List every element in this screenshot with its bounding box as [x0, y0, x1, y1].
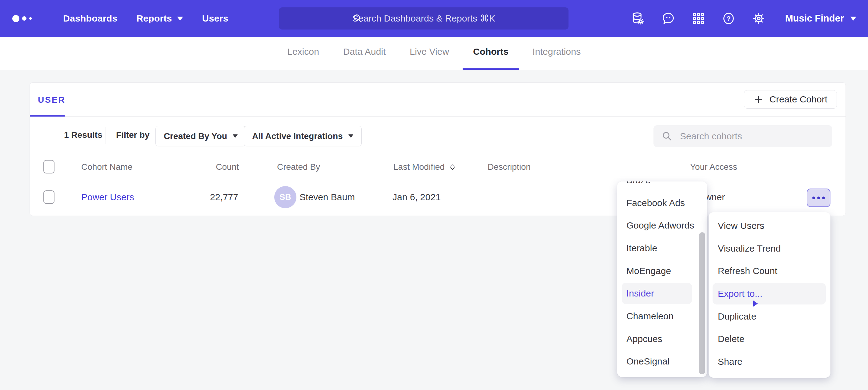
menu-item-duplicate[interactable]: Duplicate	[709, 305, 831, 328]
cohort-name-link[interactable]: Power Users	[81, 178, 134, 216]
menu-item-view-users[interactable]: View Users	[709, 215, 831, 237]
tab-lexicon[interactable]: Lexicon	[287, 37, 319, 70]
scrollbar-thumb[interactable]	[699, 232, 705, 374]
create-cohort-button[interactable]: Create Cohort	[744, 90, 837, 108]
menu-item-share[interactable]: Share	[709, 350, 831, 373]
creator-avatar: SB	[274, 186, 297, 208]
workspace-switcher[interactable]: Music Finder	[785, 13, 856, 24]
settings-gear-icon[interactable]	[751, 11, 766, 26]
tab-live-view[interactable]: Live View	[410, 37, 449, 70]
user-cohorts-tab[interactable]: USER	[38, 95, 66, 105]
help-icon[interactable]: ?	[721, 11, 736, 26]
plus-icon	[753, 94, 763, 104]
tab-data-audit[interactable]: Data Audit	[343, 37, 386, 70]
export-integrations-menu: Braze Facebook Ads Google Adwords Iterab…	[617, 182, 707, 377]
cohort-count: 22,777	[168, 178, 238, 216]
integrations-filter-dropdown[interactable]: All Active Integrations	[244, 126, 362, 147]
chevron-down-icon	[850, 17, 856, 21]
submenu-arrow-icon	[753, 300, 758, 307]
global-search-input[interactable]	[279, 7, 568, 30]
col-created-by: Created By	[277, 156, 320, 178]
menu-item-appcues[interactable]: Appcues	[617, 328, 696, 350]
menu-item-refresh-count[interactable]: Refresh Count	[709, 260, 831, 282]
menu-item-iterable[interactable]: Iterable	[617, 237, 696, 260]
last-modified-date: Jan 6, 2021	[393, 178, 441, 216]
col-last-modified[interactable]: Last Modified	[393, 156, 456, 178]
tab-cohorts[interactable]: Cohorts	[473, 37, 508, 70]
top-nav-bar: Dashboards Reports Users	[0, 0, 868, 37]
results-count: 1 Results	[64, 130, 102, 140]
dot-icon	[817, 197, 820, 199]
sort-icon	[449, 163, 456, 171]
app-window: Dashboards Reports Users	[0, 0, 868, 390]
actions-list: View Users Visualize Trend Refresh Count…	[709, 212, 831, 373]
chevron-down-icon	[177, 17, 183, 21]
col-description: Description	[488, 156, 531, 178]
select-all-checkbox[interactable]	[43, 160, 55, 173]
row-checkbox[interactable]	[43, 190, 55, 204]
feedback-icon[interactable]	[661, 11, 676, 26]
menu-item-visualize-trend[interactable]: Visualize Trend	[709, 237, 831, 260]
table-header-row: Cohort Name Count Created By Last Modifi…	[30, 156, 845, 178]
col-your-access: Your Access	[690, 156, 737, 178]
apps-grid-icon[interactable]	[691, 11, 706, 26]
nav-reports[interactable]: Reports	[136, 13, 183, 24]
creator-name: Steven Baum	[300, 178, 355, 216]
tab-integrations[interactable]: Integrations	[532, 37, 581, 70]
cohort-actions-menu: View Users Visualize Trend Refresh Count…	[709, 212, 831, 378]
dot-icon	[812, 197, 815, 199]
card-header: USER Create Cohort	[30, 83, 845, 117]
menu-item-insider[interactable]: Insider	[617, 282, 696, 305]
menu-item-braze[interactable]: Braze	[617, 182, 696, 192]
global-search	[279, 7, 568, 30]
integrations-list: Braze Facebook Ads Google Adwords Iterab…	[617, 182, 696, 373]
menu-item-chameleon[interactable]: Chameleon	[617, 305, 696, 328]
nav-dashboards[interactable]: Dashboards	[63, 13, 117, 24]
col-cohort-name: Cohort Name	[81, 156, 133, 178]
svg-text:?: ?	[726, 15, 731, 23]
table-row: Power Users 22,777 SB Steven Baum Jan 6,…	[30, 178, 845, 216]
nav-users[interactable]: Users	[202, 13, 228, 24]
divider	[105, 127, 106, 144]
data-management-icon[interactable]	[631, 11, 646, 26]
filter-by-label: Filter by	[116, 130, 150, 140]
mixpanel-logo-icon[interactable]	[12, 15, 32, 22]
cohorts-card: USER Create Cohort 1 Results Filter by C…	[30, 83, 846, 216]
menu-item-moengage[interactable]: MoEngage	[617, 260, 696, 282]
section-tab-bar: Lexicon Data Audit Live View Cohorts Int…	[0, 37, 868, 70]
row-more-actions-button[interactable]	[807, 189, 831, 207]
cohort-search	[653, 125, 832, 147]
menu-item-export-to[interactable]: Export to...	[709, 282, 831, 305]
menu-item-delete[interactable]: Delete	[709, 328, 831, 350]
col-count: Count	[168, 156, 239, 178]
cohort-search-input[interactable]	[653, 125, 832, 147]
chevron-down-icon	[233, 134, 238, 138]
scrollbar-track[interactable]	[697, 182, 707, 377]
chevron-down-icon	[348, 134, 353, 138]
menu-item-google-adwords[interactable]: Google Adwords	[617, 214, 696, 237]
menu-item-onesignal[interactable]: OneSignal	[617, 350, 696, 373]
dot-icon	[822, 197, 825, 199]
active-tab-underline	[30, 115, 65, 117]
menu-item-facebook-ads[interactable]: Facebook Ads	[617, 192, 696, 215]
created-by-filter-dropdown[interactable]: Created By You	[155, 126, 246, 147]
